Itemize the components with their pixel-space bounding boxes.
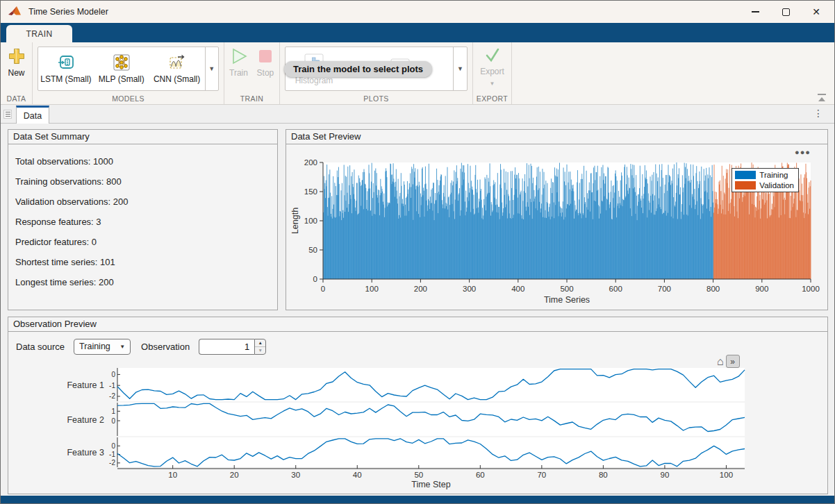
svg-text:40: 40	[353, 471, 362, 479]
model-lstm-label: LSTM (Small)	[40, 74, 91, 84]
summary-panel-title: Data Set Summary	[8, 130, 277, 144]
svg-text:70: 70	[537, 471, 546, 479]
svg-text:Feature 3: Feature 3	[67, 448, 104, 457]
lstm-model-icon	[57, 54, 75, 71]
window-controls: ✕	[740, 1, 832, 23]
svg-text:0: 0	[111, 417, 115, 425]
train-button-label: Train	[229, 68, 248, 78]
more-options-icon[interactable]: ⋮	[813, 108, 823, 119]
section-label-models: MODELS	[33, 94, 224, 103]
collapse-ribbon-button[interactable]	[816, 94, 827, 102]
models-gallery: LSTM (Small)	[38, 47, 219, 91]
summary-total-observations: Total observations: 1000	[15, 156, 270, 167]
svg-text:-1: -1	[109, 382, 115, 389]
legend-validation-label: Validation	[759, 181, 794, 190]
svg-text:90: 90	[661, 471, 670, 479]
section-label-train: TRAIN	[224, 94, 279, 103]
svg-text:Time Step: Time Step	[411, 480, 451, 489]
svg-text:700: 700	[658, 285, 671, 293]
svg-text:500: 500	[560, 285, 573, 293]
observation-panel-title: Observation Preview	[8, 317, 827, 332]
legend-item-training: Training	[735, 171, 794, 179]
svg-text:150: 150	[304, 187, 317, 196]
summary-validation-observations: Validation observations: 200	[15, 196, 270, 207]
cnn-model-icon	[168, 54, 186, 71]
stop-button-label: Stop	[257, 68, 274, 78]
svg-text:-1: -1	[109, 451, 115, 458]
training-swatch	[735, 171, 756, 179]
data-source-label: Data source	[16, 342, 65, 352]
plots-gallery-dropdown[interactable]: ▼	[453, 47, 467, 90]
model-cnn-label: CNN (Small)	[154, 74, 200, 84]
spinner-buttons: ▲ ▼	[254, 339, 266, 355]
data-source-select[interactable]: Training ▼	[74, 339, 131, 355]
chevron-down-icon: ▼	[208, 65, 215, 72]
legend-item-validation: Validation	[735, 181, 794, 190]
window-title: Time Series Modeler	[28, 7, 108, 17]
train-button[interactable]: Train	[229, 47, 248, 78]
svg-text:1000: 1000	[802, 285, 820, 293]
section-label-export: EXPORT	[473, 94, 511, 103]
titlebar: Time Series Modeler ✕	[1, 1, 834, 23]
model-mlp-small[interactable]: MLP (Small)	[94, 47, 149, 90]
data-source-value: Training	[79, 342, 110, 351]
svg-text:0: 0	[111, 371, 115, 378]
summary-shortest-series: Shortest time series: 101	[15, 257, 270, 267]
data-set-preview-panel: Data Set Preview ●●● 0501001502000100200…	[286, 129, 828, 310]
chart-legend: Training Validation	[731, 168, 799, 192]
matlab-logo-icon	[8, 5, 22, 19]
close-icon: ✕	[812, 6, 820, 17]
maximize-icon	[782, 8, 790, 16]
minimize-icon	[752, 11, 759, 12]
spinner-up-button[interactable]: ▲	[255, 339, 265, 346]
train-play-icon	[230, 47, 248, 65]
maximize-button[interactable]	[770, 1, 801, 23]
observation-preview-panel: Observation Preview Data source Training…	[8, 317, 828, 494]
ribbon-filler	[512, 42, 834, 104]
new-button[interactable]: New	[1, 47, 32, 78]
models-gallery-dropdown[interactable]: ▼	[205, 47, 219, 90]
plots-tooltip: Train the model to select plots	[284, 61, 432, 77]
model-cnn-small[interactable]: CNN (Small)	[149, 47, 205, 90]
svg-text:Feature 2: Feature 2	[67, 415, 104, 425]
close-button[interactable]: ✕	[801, 1, 832, 23]
minimize-button[interactable]	[740, 1, 770, 23]
stop-icon	[256, 47, 274, 65]
new-plus-icon	[8, 47, 26, 65]
ribbon-tabstrip: TRAIN	[1, 23, 834, 42]
svg-text:60: 60	[476, 471, 485, 479]
ribbon-section-plots: Histogram ▼ Train the model to select pl…	[280, 42, 473, 104]
svg-text:200: 200	[414, 285, 427, 293]
svg-text:1: 1	[111, 408, 115, 415]
svg-text:600: 600	[609, 285, 622, 293]
svg-text:400: 400	[511, 285, 524, 293]
svg-text:20: 20	[230, 471, 239, 479]
app-window: Time Series Modeler ✕ TRAIN New DATA	[0, 0, 835, 504]
svg-text:80: 80	[599, 471, 608, 479]
validation-swatch	[735, 181, 756, 190]
svg-text:300: 300	[463, 285, 476, 293]
svg-text:Feature 1: Feature 1	[67, 380, 104, 390]
svg-text:-2: -2	[109, 392, 115, 400]
export-check-icon	[483, 47, 502, 64]
svg-text:30: 30	[291, 471, 300, 479]
spinner-down-button[interactable]: ▼	[255, 346, 265, 354]
svg-text:0: 0	[313, 275, 317, 283]
observation-label: Observation	[141, 342, 190, 352]
model-lstm-small[interactable]: LSTM (Small)	[38, 47, 94, 90]
svg-text:Length: Length	[290, 208, 300, 234]
svg-text:10: 10	[168, 471, 177, 479]
ribbon-section-data: New DATA	[1, 42, 33, 104]
summary-training-observations: Training observations: 800	[15, 176, 270, 187]
export-button[interactable]: Export ▼	[473, 47, 511, 87]
observation-input[interactable]: 1	[199, 339, 254, 355]
data-set-summary-panel: Data Set Summary Total observations: 100…	[8, 129, 278, 310]
ribbon-tab-train[interactable]: TRAIN	[6, 25, 72, 42]
chevron-down-icon: ▼	[490, 81, 495, 87]
svg-text:-2: -2	[109, 459, 115, 467]
stop-button[interactable]: Stop	[256, 47, 274, 78]
svg-text:100: 100	[304, 217, 317, 225]
tab-data[interactable]: Data	[16, 106, 49, 124]
panel-menu-button[interactable]	[3, 110, 12, 119]
section-label-plots: PLOTS	[280, 94, 472, 103]
